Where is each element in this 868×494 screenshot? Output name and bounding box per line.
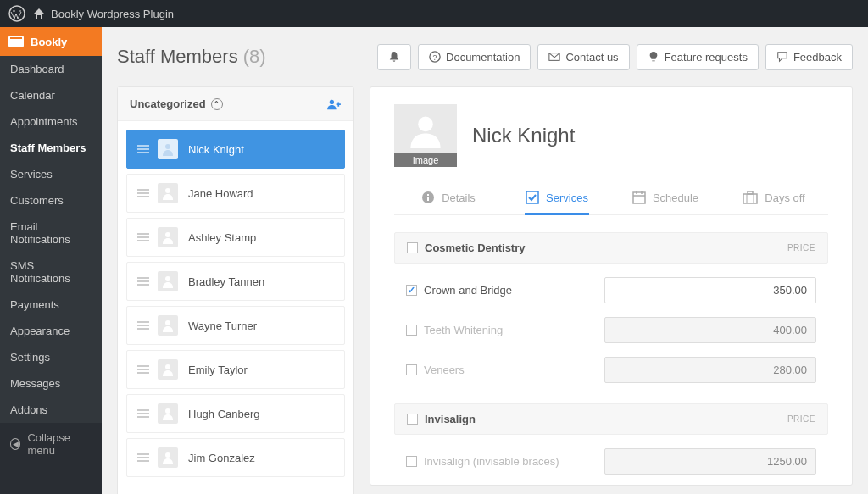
site-title[interactable]: Bookly Wordpress Plugin xyxy=(51,8,174,20)
wordpress-icon[interactable] xyxy=(8,5,25,22)
admin-bar: Bookly Wordpress Plugin xyxy=(0,0,868,27)
home-icon[interactable] xyxy=(32,7,46,20)
